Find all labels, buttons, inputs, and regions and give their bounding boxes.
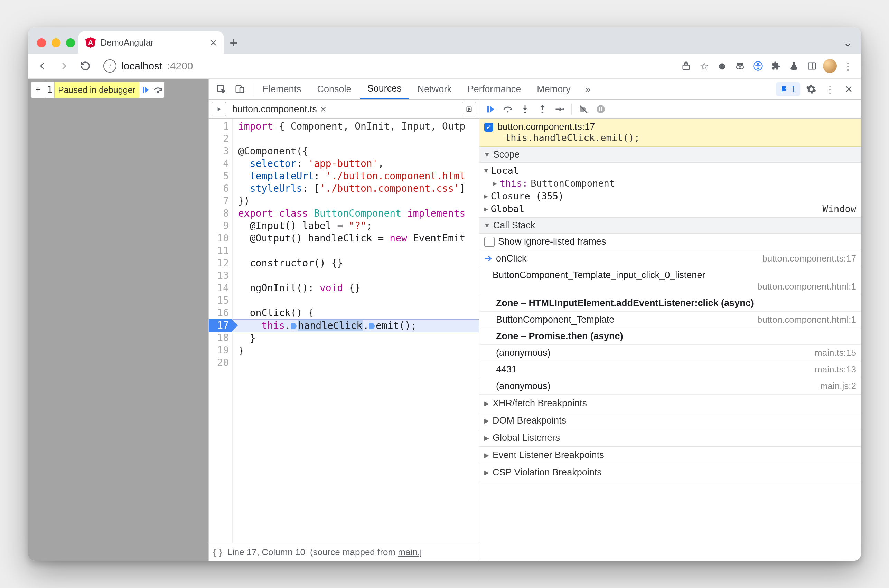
checkbox-icon[interactable] xyxy=(484,237,495,247)
code-body[interactable]: import { Component, OnInit, Input, Outp … xyxy=(233,119,479,543)
line-number[interactable]: 2 xyxy=(209,133,229,145)
code-line[interactable] xyxy=(238,357,479,370)
line-number[interactable]: 10 xyxy=(209,232,229,244)
close-window-icon[interactable] xyxy=(37,38,46,47)
tab-performance[interactable]: Performance xyxy=(460,79,529,99)
line-number[interactable]: 20 xyxy=(209,357,229,369)
tab-console[interactable]: Console xyxy=(310,79,359,99)
line-number[interactable]: 4 xyxy=(209,158,229,170)
deactivate-breakpoints-button[interactable] xyxy=(576,102,591,117)
callstack-frame[interactable]: ➔onClickbutton.component.ts:17 xyxy=(479,250,861,267)
extension-accessibility-icon[interactable] xyxy=(750,58,766,74)
bookmark-icon[interactable]: ☆ xyxy=(696,58,712,74)
scope-closure[interactable]: ▶Closure (355) xyxy=(479,190,861,202)
callstack-frame[interactable]: (anonymous)main.js:2 xyxy=(479,378,861,394)
code-line[interactable]: } xyxy=(238,345,479,357)
step-over-button[interactable] xyxy=(500,102,515,117)
line-number[interactable]: 8 xyxy=(209,207,229,220)
extensions-icon[interactable] xyxy=(768,58,784,74)
section-dom-breakpoints[interactable]: ▶DOM Breakpoints xyxy=(479,412,861,429)
callstack-frame[interactable]: 4431main.ts:13 xyxy=(479,362,861,378)
code-line[interactable]: @Component({ xyxy=(238,145,479,158)
scope-header[interactable]: ▼Scope xyxy=(479,147,861,163)
reload-button[interactable] xyxy=(76,56,95,76)
code-line[interactable]: styleUrls: ['./button.component.css'] xyxy=(238,182,479,195)
callstack-frame[interactable]: Zone – Promise.then (async) xyxy=(479,328,861,345)
code-line[interactable]: }) xyxy=(238,195,479,207)
code-line[interactable]: import { Component, OnInit, Input, Outp xyxy=(238,120,479,133)
file-tab[interactable]: button.component.ts × xyxy=(229,103,330,115)
address-bar[interactable]: i localhost:4200 xyxy=(97,56,676,76)
step-button[interactable] xyxy=(552,102,567,117)
code-line[interactable]: @Output() handleClick = new EventEmit xyxy=(238,232,479,244)
snippets-toggle-icon[interactable] xyxy=(462,102,476,116)
line-gutter[interactable]: 1234567891011121314151617181920 xyxy=(209,119,233,543)
source-map-link[interactable]: main.j xyxy=(398,547,422,557)
pause-exceptions-button[interactable] xyxy=(593,102,608,117)
tabs-overflow-icon[interactable]: ⌄ xyxy=(841,37,855,54)
code-line[interactable]: constructor() {} xyxy=(238,257,479,270)
tab-elements[interactable]: Elements xyxy=(255,79,309,99)
code-line[interactable]: this.handleClick.emit(); xyxy=(233,319,479,332)
code-line[interactable] xyxy=(238,244,479,257)
line-number[interactable]: 9 xyxy=(209,220,229,232)
extension-skull-icon[interactable]: ☻ xyxy=(714,58,730,74)
tab-memory[interactable]: Memory xyxy=(529,79,578,99)
line-number[interactable]: 19 xyxy=(209,344,229,357)
code-line[interactable]: export class ButtonComponent implements xyxy=(238,207,479,220)
overlay-stepover-icon[interactable] xyxy=(152,86,164,94)
code-line[interactable]: ngOnInit(): void {} xyxy=(238,282,479,294)
browser-tab[interactable]: DemoAngular × xyxy=(78,32,224,54)
callstack-frame[interactable]: (anonymous)main.ts:15 xyxy=(479,345,861,362)
section-csp-violation-breakpoints[interactable]: ▶CSP Violation Breakpoints xyxy=(479,464,861,481)
devtools-menu-icon[interactable]: ⋮ xyxy=(821,79,839,99)
step-into-button[interactable] xyxy=(517,102,533,117)
extension-incognito-icon[interactable] xyxy=(732,58,748,74)
minimize-window-icon[interactable] xyxy=(51,38,60,47)
line-number[interactable]: 5 xyxy=(209,170,229,182)
navigator-toggle-icon[interactable] xyxy=(212,102,226,116)
breakpoint-location[interactable]: button.component.ts:17 xyxy=(497,122,595,132)
back-button[interactable] xyxy=(33,56,52,76)
code-line[interactable]: templateUrl: './button.component.html xyxy=(238,170,479,182)
breakpoint-checkbox[interactable]: ✓ xyxy=(484,123,493,132)
line-number[interactable]: 15 xyxy=(209,294,229,307)
section-xhr-fetch-breakpoints[interactable]: ▶XHR/fetch Breakpoints xyxy=(479,395,861,412)
scope-local[interactable]: ▼Local xyxy=(479,164,861,177)
forward-button[interactable] xyxy=(54,56,74,76)
callstack-frame[interactable]: Zone – HTMLInputElement.addEventListener… xyxy=(479,295,861,312)
code-line[interactable]: } xyxy=(238,332,479,345)
inspect-element-icon[interactable] xyxy=(212,79,230,99)
chrome-menu-icon[interactable]: ⋮ xyxy=(839,58,856,74)
callstack-header[interactable]: ▼Call Stack xyxy=(479,218,861,234)
line-number[interactable]: 17 xyxy=(209,319,232,332)
overlay-resume-icon[interactable] xyxy=(139,86,152,94)
profile-avatar[interactable] xyxy=(821,58,838,74)
line-number[interactable]: 13 xyxy=(209,270,229,282)
scope-global[interactable]: ▶GlobalWindow xyxy=(479,202,861,215)
line-number[interactable]: 1 xyxy=(209,120,229,133)
code-line[interactable] xyxy=(238,294,479,307)
code-line[interactable]: onClick() { xyxy=(238,307,479,319)
file-tab-close-icon[interactable]: × xyxy=(320,103,327,115)
callstack-frame[interactable]: ButtonComponent_Templatebutton.component… xyxy=(479,312,861,328)
devtools-close-icon[interactable]: ✕ xyxy=(839,79,857,99)
resume-button[interactable] xyxy=(483,102,498,117)
tab-network[interactable]: Network xyxy=(410,79,460,99)
line-number[interactable]: 7 xyxy=(209,195,229,207)
code-line[interactable] xyxy=(238,133,479,145)
site-info-icon[interactable]: i xyxy=(104,59,117,72)
device-toolbar-icon[interactable] xyxy=(231,79,249,99)
code-editor[interactable]: 1234567891011121314151617181920 import {… xyxy=(209,119,479,543)
line-number[interactable]: 12 xyxy=(209,257,229,270)
section-global-listeners[interactable]: ▶Global Listeners xyxy=(479,429,861,447)
settings-icon[interactable] xyxy=(802,79,820,99)
callstack-frame[interactable]: ButtonComponent_Template_input_click_0_l… xyxy=(479,267,861,295)
line-number[interactable]: 11 xyxy=(209,244,229,257)
line-number[interactable]: 18 xyxy=(209,332,229,344)
line-number[interactable]: 14 xyxy=(209,282,229,294)
side-panel-icon[interactable] xyxy=(803,58,820,74)
labs-icon[interactable] xyxy=(785,58,802,74)
section-event-listener-breakpoints[interactable]: ▶Event Listener Breakpoints xyxy=(479,447,861,464)
code-line[interactable]: @Input() label = "?"; xyxy=(238,220,479,232)
